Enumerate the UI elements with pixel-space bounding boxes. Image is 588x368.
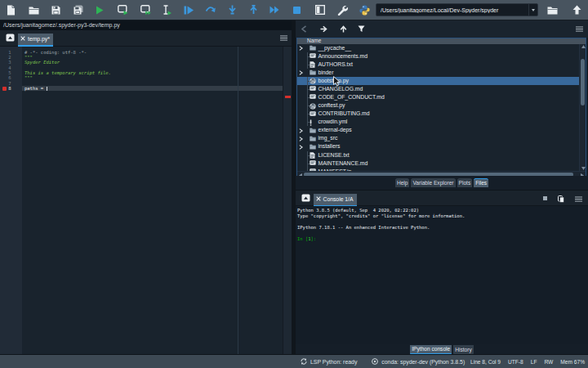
chevron-down-icon[interactable]	[528, 4, 537, 16]
file-row-img_src[interactable]: img_src	[297, 134, 580, 142]
folder-icon	[547, 6, 558, 15]
browse-tabs-icon[interactable]	[6, 34, 15, 42]
parent-folder-icon[interactable]	[340, 25, 347, 33]
new-file-button[interactable]	[0, 0, 21, 20]
interrupt-kernel-icon[interactable]	[543, 196, 547, 200]
console-tab-bar: Console 1/A	[296, 190, 588, 206]
close-icon[interactable]	[20, 36, 25, 41]
file-row-bootstrap.py[interactable]: bootstrap.py	[297, 77, 580, 85]
file-row-LICENSE.txt[interactable]: LICENSE.txt	[297, 151, 580, 159]
editor-gutter[interactable]: 12345678	[0, 47, 22, 354]
browse-directory-button[interactable]	[541, 0, 563, 20]
console-tab-history[interactable]: History	[453, 345, 474, 355]
pane-tab-plots[interactable]: Plots	[457, 178, 473, 188]
tree-branch-line	[302, 85, 309, 93]
inspect-object-icon[interactable]	[558, 195, 564, 203]
save-all-button[interactable]	[68, 0, 89, 20]
status-interpreter[interactable]: conda: spyder-dev (Python 3.8.5)	[372, 358, 465, 365]
yml-file-icon	[310, 119, 315, 125]
tree-branch-line	[302, 52, 309, 61]
console-tab-ipython-console[interactable]: IPython console	[410, 345, 452, 355]
pane-tab-variable-explorer[interactable]: Variable Explorer	[411, 178, 455, 188]
file-name: AUTHORS.txt	[318, 61, 353, 69]
tree-branch-line	[302, 118, 309, 126]
console-output[interactable]: Python 3.8.5 (default, Sep 4 2020, 02:22…	[296, 206, 588, 344]
continue-execution-button[interactable]	[264, 0, 285, 20]
status-lsp[interactable]: LSP Python: ready	[301, 358, 357, 365]
md-file-icon	[310, 160, 315, 166]
expand-chevron-icon[interactable]	[299, 128, 303, 133]
scroll-up-icon[interactable]	[581, 45, 586, 48]
history-forward-icon[interactable]	[320, 25, 327, 33]
expand-chevron-icon[interactable]	[299, 137, 303, 141]
close-icon[interactable]	[316, 196, 321, 201]
expand-chevron-icon[interactable]	[299, 70, 303, 75]
tree-branch-line	[302, 151, 309, 159]
console-options-menu-icon[interactable]	[575, 196, 582, 202]
working-directory-combobox[interactable]: /Users/juanitagomez/Local/Dev-Spyder/spy…	[376, 3, 538, 16]
step-into-button[interactable]	[221, 0, 243, 20]
file-name: installers	[318, 142, 341, 150]
console-tab[interactable]: Console 1/A	[314, 194, 357, 207]
parent-directory-button[interactable]	[566, 0, 587, 20]
floppy-all-icon	[74, 5, 83, 15]
arrow-up-bar-icon	[249, 5, 258, 15]
debug-play-icon	[184, 6, 194, 15]
file-row-CHANGELOG.md[interactable]: CHANGELOG.md	[297, 85, 580, 93]
expand-chevron-icon[interactable]	[299, 145, 303, 150]
file-row-CODE_OF_CONDUCT.md[interactable]: CODE_OF_CONDUCT.md	[297, 93, 580, 101]
vertical-scrollbar[interactable]	[579, 44, 586, 172]
maximize-pane-button[interactable]	[310, 0, 331, 20]
console-text: Python 3.8.5 (default, Sep 4 2020, 02:22…	[297, 208, 465, 243]
file-row-binder[interactable]: binder	[297, 69, 580, 77]
scroll-flag-area[interactable]	[283, 47, 292, 354]
file-name: LICENSE.txt	[318, 151, 350, 159]
step-over-button[interactable]	[199, 0, 220, 20]
pane-tab-help[interactable]: Help	[395, 178, 410, 188]
step-out-button[interactable]	[243, 0, 264, 20]
editor-tab-temp-py[interactable]: temp.py*	[18, 34, 53, 47]
file-row-external-deps[interactable]: external-deps	[297, 126, 580, 134]
run-cell-button[interactable]	[112, 0, 133, 20]
file-row-conftest.py[interactable]: conftest.py	[297, 101, 580, 110]
console-pane: Console 1/A Python 3.8.5 (default, Sep 4…	[296, 187, 588, 354]
save-button[interactable]	[45, 0, 66, 20]
browse-tabs-icon[interactable]	[301, 194, 310, 202]
code-editor[interactable]: 12345678 # -*- coding: utf-8 -*-"""Spyde…	[0, 47, 292, 354]
floppy-icon	[51, 6, 60, 15]
run-file-button[interactable]	[89, 0, 110, 20]
scroll-down-icon[interactable]	[581, 167, 586, 170]
files-options-menu-icon[interactable]	[576, 26, 583, 34]
run-cell-advance-button[interactable]	[135, 0, 156, 20]
python-env-button[interactable]	[354, 0, 375, 20]
run-selection-button[interactable]	[156, 0, 177, 20]
file-row-Announcements.md[interactable]: Announcements.md	[297, 52, 580, 61]
file-row-__pycache__[interactable]: __pycache__	[297, 44, 580, 52]
stop-square-icon	[293, 7, 301, 14]
stop-debug-button[interactable]	[286, 0, 307, 20]
preferences-button[interactable]	[332, 0, 353, 20]
editor-options-menu-icon[interactable]	[280, 35, 287, 41]
file-row-AUTHORS.txt[interactable]: AUTHORS.txt	[297, 61, 580, 69]
folder-file-icon	[310, 136, 315, 141]
folder-open-icon	[29, 6, 39, 15]
md-file-icon	[310, 111, 315, 117]
file-name: binder	[318, 69, 334, 77]
history-back-icon[interactable]	[301, 25, 308, 33]
tree-branch-line	[302, 101, 309, 110]
open-file-button[interactable]	[23, 0, 44, 20]
file-name: conftest.py	[318, 101, 345, 110]
folder-file-icon	[310, 144, 315, 150]
pane-tab-files[interactable]: Files	[474, 178, 488, 188]
file-row-crowdin.yml[interactable]: crowdin.yml	[297, 118, 580, 126]
expand-chevron-icon[interactable]	[299, 46, 303, 51]
debug-file-button[interactable]	[178, 0, 199, 20]
console-line-2: Type "copyright", "credits" or "license"…	[297, 213, 465, 219]
tree-branch-line	[302, 93, 309, 101]
file-row-installers[interactable]: installers	[297, 142, 580, 150]
file-row-MAINTENANCE.md[interactable]: MAINTENANCE.md	[297, 159, 580, 168]
file-row-CONTRIBUTING.md[interactable]: CONTRIBUTING.md	[297, 110, 580, 118]
folder-file-icon	[310, 128, 315, 133]
vertical-scrollbar-handle[interactable]	[581, 59, 585, 105]
filter-icon[interactable]	[358, 25, 365, 33]
